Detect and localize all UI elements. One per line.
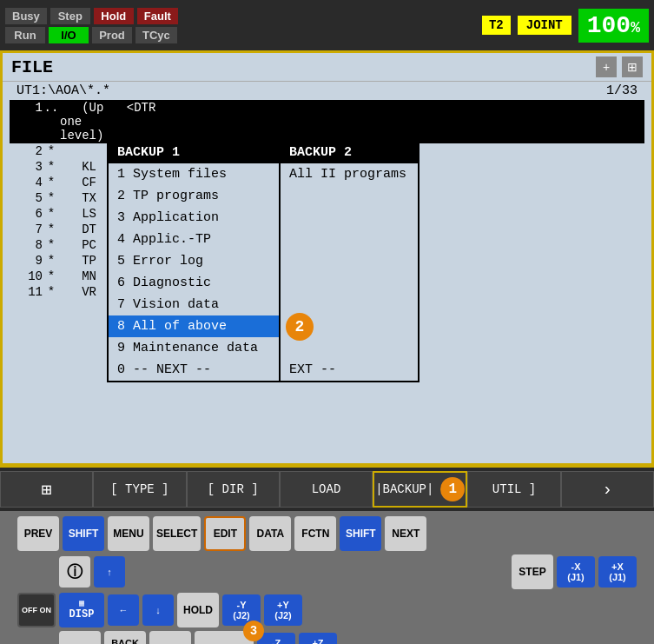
next-button[interactable]: NEXT: [385, 516, 426, 551]
menu-item-next[interactable]: 0 -- NEXT --: [109, 359, 279, 381]
status-bar: Busy Step Hold Fault Run I/O Prod TCyc T…: [0, 0, 654, 50]
disp-icon: ▦: [79, 600, 84, 608]
fctn-button[interactable]: FCTN: [294, 516, 336, 551]
file-header-icons: + ⊞: [596, 56, 643, 77]
x-pos-button[interactable]: +X (J1): [598, 556, 637, 588]
reset-button[interactable]: RESET: [59, 631, 101, 644]
joint-badge: JOINT: [518, 16, 571, 35]
menu-item-diag[interactable]: 6 Diagnostic: [109, 272, 279, 294]
table-row[interactable]: 1 .. (Up one level) <DTR: [10, 100, 644, 143]
step-button-kbd[interactable]: STEP: [512, 554, 553, 589]
zoom-icon[interactable]: +: [596, 56, 617, 77]
menu-item-all[interactable]: 8 All of above: [109, 315, 279, 337]
percent-box: 100%: [578, 9, 649, 43]
prev-button[interactable]: PREV: [17, 516, 59, 551]
io-button[interactable]: I/O: [49, 27, 89, 43]
kbd-row-1: PREV SHIFT MENU SELECT EDIT DATA FCTN SH…: [17, 516, 637, 551]
menu-item-vision[interactable]: 7 Vision data: [109, 294, 279, 315]
file-header: FILE + ⊞: [3, 53, 651, 82]
backspace-button[interactable]: BACK SPACE: [104, 631, 146, 644]
file-path: UT1:\AOA\*.*: [17, 83, 110, 98]
file-title: FILE: [11, 57, 53, 77]
backup-button[interactable]: |BACKUP| 1: [373, 471, 467, 508]
step-button[interactable]: Step: [50, 8, 90, 24]
menu2-item-allprog[interactable]: All II programs: [281, 163, 418, 185]
badge-2: 2: [286, 313, 314, 341]
grid-button[interactable]: ⊞: [0, 471, 93, 508]
backup-label: |BACKUP|: [375, 482, 433, 496]
enter-container: ENTER 3: [195, 631, 254, 644]
menu-item-err[interactable]: 5 Error log: [109, 250, 279, 272]
disp-label: DISP: [69, 608, 95, 621]
tcyc-button[interactable]: TCyc: [135, 27, 177, 43]
data-button[interactable]: DATA: [249, 516, 291, 551]
bottom-toolbar: ⊞ [ TYPE ] [ DIR ] LOAD |BACKUP| 1 UTIL …: [0, 466, 654, 511]
up-arrow-button[interactable]: ↑: [94, 556, 125, 588]
type-button[interactable]: [ TYPE ]: [93, 471, 186, 508]
info-button[interactable]: ⓘ: [59, 556, 90, 588]
dropdown-container: BACKUP 1 1 System files 2 TP programs 3 …: [107, 140, 419, 382]
menu-item-maint[interactable]: 9 Maintenance data: [109, 337, 279, 359]
load-button[interactable]: LOAD: [280, 471, 373, 508]
z-pos-button[interactable]: +Z (J3): [299, 633, 337, 644]
kbd-row-3: OFF ON ▦ DISP ← ↓ HOLD -Y (J2) +Y (J2): [17, 593, 637, 627]
page-info: 1/33: [606, 83, 637, 98]
kbd-row-2: ⓘ ↑ STEP -X (J1) +X (J1): [17, 554, 637, 589]
select-button[interactable]: SELECT: [153, 516, 201, 551]
shift1-button[interactable]: SHIFT: [63, 516, 104, 551]
fault-button[interactable]: Fault: [137, 8, 178, 24]
menu-item-all-container: 8 All of above 2: [109, 315, 279, 337]
backup1-header: BACKUP 1: [109, 142, 279, 163]
menu-item-apptp[interactable]: 4 Applic.-TP: [109, 229, 279, 250]
x-neg-button[interactable]: -X (J1): [557, 556, 595, 588]
hold-button[interactable]: Hold: [94, 8, 134, 24]
percent-value: 100: [587, 12, 631, 39]
backup2-menu: BACKUP 2 All II programs EXT --: [281, 140, 419, 382]
badge-3: 3: [243, 621, 264, 641]
arrow-button[interactable]: ›: [561, 471, 654, 508]
dir-button[interactable]: [ DIR ]: [187, 471, 280, 508]
edit-button[interactable]: EDIT: [204, 516, 246, 551]
y-pos-button[interactable]: +Y (J2): [264, 594, 302, 626]
off-on-button[interactable]: OFF ON: [17, 593, 56, 627]
kbd-spacer-off: OFF ON: [17, 593, 56, 627]
hold-button-kbd[interactable]: HOLD: [177, 593, 219, 627]
util-button[interactable]: UTIL ]: [467, 471, 560, 508]
percent-symbol: %: [631, 19, 640, 37]
main-screen: FILE + ⊞ UT1:\AOA\*.* 1/33 1 .. (Up one …: [0, 50, 654, 466]
shift2-button[interactable]: SHIFT: [340, 516, 381, 551]
menu-item-app[interactable]: 3 Application: [109, 207, 279, 229]
menu-item-sys[interactable]: 1 System files: [109, 163, 279, 185]
menu-button[interactable]: MENU: [108, 516, 149, 551]
down-arrow-button[interactable]: ↓: [142, 594, 174, 626]
status-right: T2 JOINT 100%: [482, 9, 649, 43]
run-button[interactable]: Run: [5, 27, 45, 43]
file-path-row: UT1:\AOA\*.* 1/33: [3, 82, 651, 100]
badge-1: 1: [440, 477, 465, 501]
left-arrow-button[interactable]: ←: [108, 594, 139, 626]
t2-badge: T2: [482, 16, 511, 35]
item-button[interactable]: ITEM: [149, 631, 191, 644]
menu-item-tp[interactable]: 2 TP programs: [109, 185, 279, 207]
layout-icon[interactable]: ⊞: [622, 56, 643, 77]
backup2-header: BACKUP 2: [281, 142, 418, 163]
busy-button[interactable]: Busy: [5, 8, 47, 24]
keyboard-area: PREV SHIFT MENU SELECT EDIT DATA FCTN SH…: [0, 511, 654, 644]
backup1-menu: BACKUP 1 1 System files 2 TP programs 3 …: [107, 140, 281, 382]
prod-button[interactable]: Prod: [92, 27, 132, 43]
status-group-left: Busy Step Hold Fault Run I/O Prod TCyc: [5, 8, 178, 43]
kbd-row-4: RESET BACK SPACE ITEM ENTER 3 -Z (J3) +Z…: [17, 631, 637, 644]
menu2-item-ext[interactable]: EXT --: [281, 359, 418, 381]
disp-button[interactable]: ▦ DISP: [59, 593, 104, 627]
